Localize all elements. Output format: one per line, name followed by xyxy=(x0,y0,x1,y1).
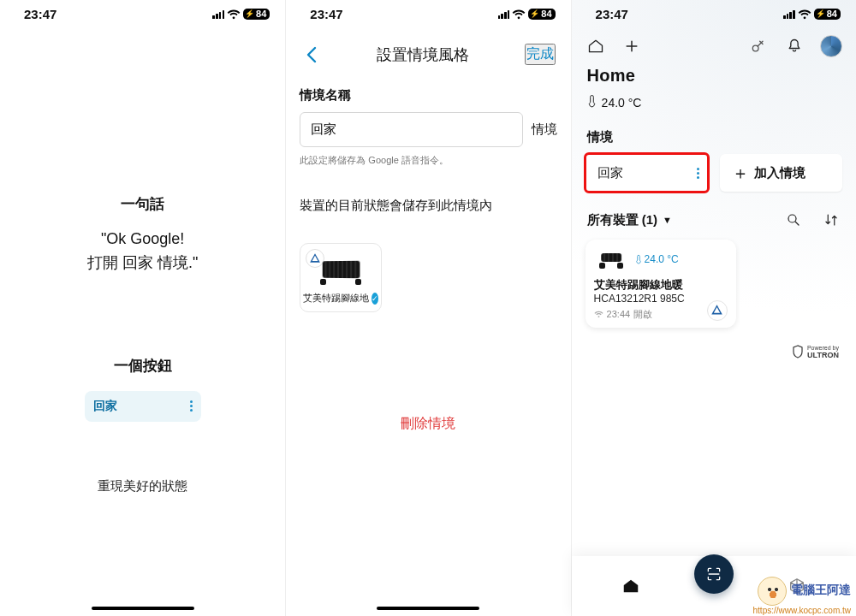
shield-icon xyxy=(792,345,804,360)
svg-point-1 xyxy=(788,215,796,222)
avatar[interactable] xyxy=(820,35,842,57)
bell-icon[interactable] xyxy=(784,36,805,56)
tab-cube[interactable] xyxy=(786,575,808,597)
home-button[interactable] xyxy=(586,36,606,56)
phone-screenshot-1: 23:47 ⚡84 一句話 "Ok Google! 打開 回家 情境." 一個按… xyxy=(0,0,285,616)
cellular-icon xyxy=(212,9,224,19)
add-scene-label: 加入情境 xyxy=(754,165,805,181)
phone-screenshot-3: 23:47 ⚡84 xyxy=(571,0,856,616)
chevron-down-icon: ▼ xyxy=(663,215,672,225)
devices-dropdown[interactable]: 所有裝置 (1) ▼ xyxy=(587,212,672,228)
scene-name-suffix: 情境 xyxy=(532,121,557,138)
check-icon: ✓ xyxy=(372,293,378,305)
phone-screenshot-2: 23:47 ⚡84 設置情境風格 完成 情境名稱 情境 xyxy=(285,0,570,616)
brand-badge-icon xyxy=(707,300,728,321)
plus-icon: ＋ xyxy=(732,164,749,181)
status-time: 23:47 xyxy=(310,7,342,21)
kebab-icon[interactable] xyxy=(190,400,193,412)
scene-pill-label: 回家 xyxy=(597,165,623,181)
device-card[interactable]: 24.0 °C 艾美特踢腳線地暖 HCA13212R1 985C 23:44 開… xyxy=(586,240,736,328)
wifi-icon xyxy=(798,9,811,20)
scene-chip[interactable]: 回家 xyxy=(85,391,201,422)
thermometer-icon xyxy=(587,94,597,110)
tab-bar xyxy=(572,556,856,616)
battery-indicator: ⚡84 xyxy=(528,9,555,20)
voice-heading: 一句話 xyxy=(17,194,268,214)
wifi-small-icon xyxy=(594,311,603,318)
device-temp: 24.0 °C xyxy=(635,253,679,265)
done-button[interactable]: 完成 xyxy=(525,44,556,65)
scene-name-input[interactable] xyxy=(300,112,522,147)
powered-by-label: Powered by ULTRON xyxy=(572,328,856,360)
page-title: 設置情境風格 xyxy=(377,44,469,65)
home-temperature: 24.0 °C xyxy=(587,94,841,110)
kebab-icon[interactable] xyxy=(697,168,699,179)
delete-scene-button[interactable]: 刪除情境 xyxy=(401,415,455,433)
wifi-icon xyxy=(512,9,526,20)
back-button[interactable] xyxy=(301,44,322,65)
scenes-heading: 情境 xyxy=(587,129,856,145)
search-icon[interactable] xyxy=(784,210,803,229)
voice-quote: "Ok Google! 打開 回家 情境." xyxy=(17,228,268,275)
device-name: 艾美特踢腳線地暖 xyxy=(594,277,728,293)
status-bar: 23:47 ⚡84 xyxy=(286,0,570,23)
wifi-icon xyxy=(227,9,241,20)
key-icon[interactable] xyxy=(748,36,769,56)
scene-name-label: 情境名稱 xyxy=(300,87,556,104)
add-button[interactable] xyxy=(621,36,642,56)
cellular-icon xyxy=(783,9,795,19)
device-model: HCA13212R1 985C xyxy=(594,293,728,305)
status-bar: 23:47 ⚡84 xyxy=(0,0,285,23)
battery-indicator: ⚡84 xyxy=(814,9,841,20)
home-indicator xyxy=(92,607,194,610)
device-card-name: 艾美特踢腳線地 xyxy=(303,292,369,305)
status-time: 23:47 xyxy=(24,7,56,21)
status-bar: 23:47 ⚡84 xyxy=(572,0,856,23)
battery-indicator: ⚡84 xyxy=(243,9,270,20)
heater-icon xyxy=(594,248,628,270)
add-scene-button[interactable]: ＋ 加入情境 xyxy=(720,154,842,192)
tab-home[interactable] xyxy=(620,575,642,597)
button-heading: 一個按鈕 xyxy=(17,356,268,376)
help-text: 此設定將儲存為 Google 語音指令。 xyxy=(300,154,556,167)
section-description: 裝置的目前狀態會儲存到此情境內 xyxy=(300,198,556,214)
scene-chip-label: 回家 xyxy=(93,399,117,414)
heater-icon xyxy=(315,256,366,287)
sort-icon[interactable] xyxy=(822,210,841,229)
scene-pill-home[interactable]: 回家 xyxy=(586,154,708,192)
home-indicator xyxy=(377,607,479,610)
cellular-icon xyxy=(498,9,510,19)
home-title: Home xyxy=(587,66,841,86)
device-card[interactable]: 艾美特踢腳線地 ✓ xyxy=(300,243,382,312)
fab-scan[interactable] xyxy=(694,554,734,594)
footer-caption: 重現美好的狀態 xyxy=(17,478,268,495)
status-time: 23:47 xyxy=(596,7,628,21)
